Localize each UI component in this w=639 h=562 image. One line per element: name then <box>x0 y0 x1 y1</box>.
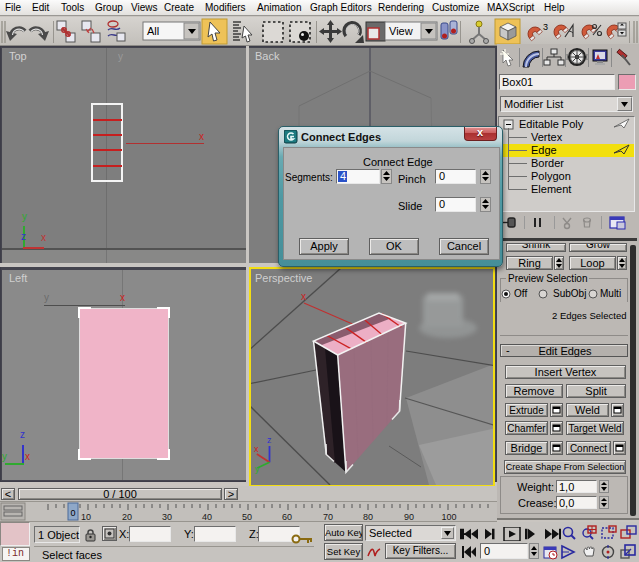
svg-text:All: All <box>147 25 159 37</box>
svg-text:100: 100 <box>441 512 456 522</box>
svg-text:70: 70 <box>323 512 333 522</box>
svg-text:x: x <box>254 444 259 454</box>
svg-text:View: View <box>389 25 413 37</box>
svg-text:80: 80 <box>363 512 373 522</box>
svg-text:60: 60 <box>282 512 292 522</box>
svg-text:10: 10 <box>81 512 91 522</box>
svg-text:20: 20 <box>122 512 132 522</box>
svg-text:90: 90 <box>404 512 414 522</box>
svg-text:x: x <box>301 291 306 302</box>
svg-text:y: y <box>255 464 260 474</box>
svg-text:30: 30 <box>162 512 172 522</box>
svg-text:50: 50 <box>242 512 252 522</box>
svg-text:3: 3 <box>543 22 548 32</box>
svg-text:0: 0 <box>70 508 75 518</box>
svg-text:z: z <box>267 435 272 445</box>
svg-text:40: 40 <box>202 512 212 522</box>
